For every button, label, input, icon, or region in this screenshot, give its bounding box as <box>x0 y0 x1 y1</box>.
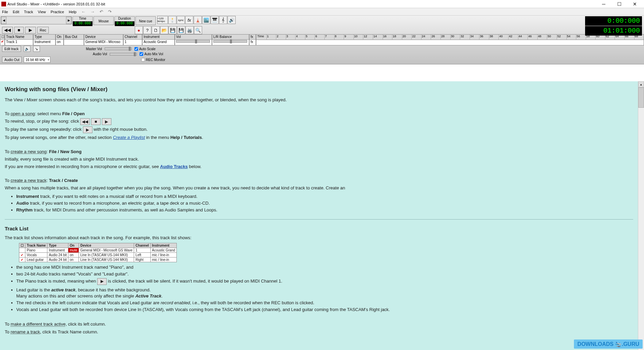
ruler-tick: 18 <box>392 35 402 40</box>
help-li-rhythm: Rhythm track, for MIDI Drums and other p… <box>16 207 633 213</box>
audio-tracks-link[interactable]: Audio Tracks <box>160 164 188 169</box>
scroll-strip[interactable]: ◀ ▶ <box>1 16 72 24</box>
new-file-icon[interactable]: 🗋 <box>152 26 160 34</box>
tempo-button[interactable]: =120 tempo <box>157 16 168 24</box>
vol-cell[interactable] <box>175 40 212 45</box>
big-displays: 0:00:000 01:01:000 <box>585 16 642 36</box>
ruler-tick: 42 <box>508 35 518 40</box>
ruler-tick: 10 <box>353 35 363 40</box>
inline-play3-icon: ▶ <box>97 278 107 285</box>
record-button[interactable]: Rec <box>37 27 49 34</box>
rec-monitor-checkbox[interactable]: REC Monitor <box>141 58 165 62</box>
menu-file[interactable]: File <box>2 10 8 14</box>
undo-icon[interactable]: ↶ <box>100 9 103 14</box>
help-li-instrument: Instrument track, if you want to edit no… <box>16 193 633 200</box>
vertical-scrollbar[interactable]: ▴ <box>638 81 644 350</box>
fx-header: fx <box>250 35 256 40</box>
scroll-left-icon[interactable]: ◀ <box>1 17 6 24</box>
save-as-icon[interactable]: 💾 <box>177 26 185 34</box>
fx-cell[interactable]: fx <box>250 40 256 45</box>
sync-icon[interactable]: sync <box>177 16 185 24</box>
audio-vol-slider[interactable] <box>110 53 137 56</box>
rewind-button[interactable]: ◀◀ <box>2 27 13 34</box>
rec-enable-track1[interactable]: ✔ <box>0 40 4 45</box>
tracklist-example: ☐Track NameTypeOnDeviceChannelInstrument… <box>19 243 177 262</box>
help-new-song-desc: Initially, every song file is created wi… <box>5 156 633 162</box>
duration-label: Duration <box>115 17 134 21</box>
tracklist-li2: two 24-bit Audio tracks named "Vocals" a… <box>16 271 633 277</box>
type-cell[interactable]: Instrument <box>34 40 55 45</box>
lr-cell[interactable] <box>212 40 249 45</box>
note-small-icon[interactable]: ↘ <box>33 46 40 52</box>
scrollbar-thumb[interactable] <box>638 87 644 108</box>
busout-cell[interactable] <box>64 40 84 45</box>
help-make-active: To make a different track active, click … <box>5 321 633 327</box>
scrollbar-up-icon[interactable]: ▴ <box>638 81 644 87</box>
instrument-header: Instrument <box>143 35 174 40</box>
menu-help[interactable]: Help <box>69 10 77 14</box>
menu-edit[interactable]: Edit <box>13 10 19 14</box>
record-dot-icon[interactable]: ● <box>135 26 143 34</box>
tracklist-li4: Lead guitar is the active track, because… <box>16 287 633 299</box>
device-cell[interactable]: General MIDI - Microso <box>84 40 123 45</box>
scroll-right-icon[interactable]: ▶ <box>66 17 71 24</box>
ruler-tick: 34 <box>470 35 479 40</box>
help-new-track: To create a new track: Track / Create <box>5 178 633 184</box>
redo-icon[interactable]: ↷ <box>108 9 112 14</box>
audio-out-combo[interactable]: 16 bit 48 kHz <box>24 57 50 63</box>
create-playlist-link[interactable]: Create a Playlist <box>113 135 145 140</box>
minimize-button[interactable]: ─ <box>596 0 611 8</box>
menu-view[interactable]: View <box>38 10 46 14</box>
open-file-icon[interactable]: 📂 <box>160 26 168 34</box>
help-audio-tracks: If you are more interested in recording … <box>5 164 633 170</box>
speaker-small-icon[interactable]: 🔈 <box>24 46 30 52</box>
instrument-cell[interactable]: Acoustic Grand <box>143 40 174 45</box>
play-button[interactable]: ▶ <box>25 27 36 34</box>
help-playlist: To play several songs, one after the oth… <box>5 135 633 141</box>
staff-icon[interactable]: 𝄞 <box>219 16 227 24</box>
watermark: DOWNLOADS 🛬.GURU <box>574 339 643 349</box>
inline-play2-icon: ▶ <box>83 126 92 133</box>
close-button[interactable]: ✕ <box>627 0 643 8</box>
help-intro: The View / Mixer screen shows each of th… <box>5 97 633 103</box>
edit-track-button[interactable]: Edit track <box>2 46 21 52</box>
tool-buttons-row1: =120 tempo 🕯️ sync fx 🗼 🏙️ 🎹 𝄞 🔊 <box>157 16 245 26</box>
timeline[interactable]: Time123456789101214161820222426283032343… <box>256 34 644 45</box>
menu-practice[interactable]: Practice <box>50 10 64 14</box>
tower-icon[interactable]: 🗼 <box>194 16 202 24</box>
forward-icon[interactable]: → <box>90 9 95 14</box>
device-header: Device <box>84 35 123 40</box>
newcue-label: New cue <box>136 17 155 26</box>
timeline-body[interactable] <box>256 40 644 45</box>
duration-value: 0:00:000 <box>115 21 134 26</box>
tracklist-li3: The Piano track is muted, meaning when ▶… <box>16 278 633 285</box>
tracklist-li5: The red checks in the left column indica… <box>16 300 633 306</box>
metronome-icon[interactable]: 🕯️ <box>168 16 176 24</box>
auto-mix-checkbox[interactable]: Auto Mix Vol <box>139 52 163 56</box>
print-icon[interactable]: 🖨️ <box>186 26 194 34</box>
menu-track[interactable]: Track <box>24 10 33 14</box>
help-icon[interactable]: ? <box>143 26 151 34</box>
time-value: 0:00:000 <box>73 21 92 26</box>
channel-header: Channel <box>124 35 142 40</box>
stop-button[interactable]: ■ <box>14 27 24 34</box>
track-grid: ☐ ✔ Track Name Track 1 Type Instrument O… <box>0 34 644 45</box>
save-icon[interactable]: 💾 <box>169 26 177 34</box>
zoom-icon[interactable]: 🔍 <box>194 26 202 34</box>
master-vol-slider[interactable] <box>105 47 132 50</box>
speaker-icon[interactable]: 🔊 <box>228 16 236 24</box>
trackname-cell[interactable]: Track 1 <box>5 40 33 45</box>
channel-cell[interactable]: 1 <box>124 40 142 45</box>
ruler-tick: 1 <box>266 35 276 40</box>
maximize-button[interactable]: ☐ <box>611 0 627 8</box>
newcue-box[interactable]: New cue <box>135 16 156 25</box>
rec-enable-header[interactable]: ☐ <box>0 35 4 40</box>
auto-scale-checkbox[interactable]: Auto Scale <box>134 47 155 51</box>
building-icon[interactable]: 🏙️ <box>202 16 210 24</box>
trackname-header[interactable]: Track Name <box>5 35 33 40</box>
fx-icon[interactable]: fx <box>185 16 193 24</box>
help-new-track-desc: When a song has multiple tracks, that ar… <box>5 185 633 191</box>
back-icon[interactable]: ← <box>81 9 86 14</box>
piano-icon[interactable]: 🎹 <box>211 16 219 24</box>
on-cell[interactable]: on <box>56 40 63 45</box>
